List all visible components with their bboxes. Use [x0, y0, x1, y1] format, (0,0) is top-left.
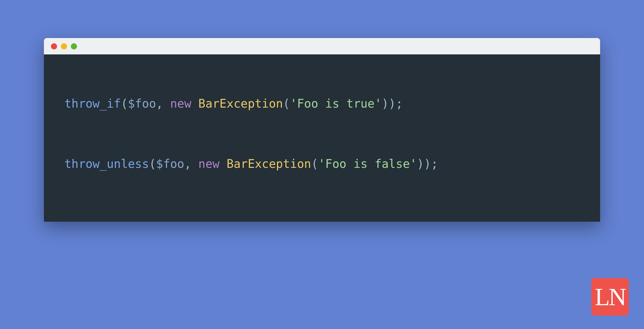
- token-function: throw_if: [64, 97, 121, 110]
- token-punctuation: (: [121, 97, 128, 110]
- token-punctuation: ));: [382, 97, 403, 110]
- brand-logo: LN: [591, 278, 629, 316]
- blank-line: [64, 112, 580, 156]
- code-editor: throw_if($foo, new BarException('Foo is …: [44, 54, 600, 222]
- code-line-2: throw_unless($foo, new BarException('Foo…: [64, 156, 580, 172]
- code-line-1: throw_if($foo, new BarException('Foo is …: [64, 95, 580, 112]
- window-zoom-icon[interactable]: [71, 43, 77, 49]
- token-string: 'Foo is true': [290, 97, 382, 110]
- logo-text: LN: [595, 283, 625, 311]
- token-punctuation: ));: [417, 157, 438, 170]
- token-punctuation: ,: [184, 157, 198, 170]
- token-keyword: new: [198, 157, 220, 170]
- token-punctuation: (: [283, 97, 290, 110]
- token-space: [191, 97, 198, 110]
- code-window: throw_if($foo, new BarException('Foo is …: [44, 38, 600, 222]
- window-minimize-icon[interactable]: [61, 43, 67, 49]
- token-variable: $foo: [156, 157, 184, 170]
- window-close-icon[interactable]: [51, 43, 57, 49]
- token-keyword: new: [170, 97, 191, 110]
- window-titlebar: [44, 38, 600, 54]
- token-punctuation: (: [311, 157, 318, 170]
- token-punctuation: ,: [156, 97, 170, 110]
- token-function: throw_unless: [64, 157, 149, 170]
- token-variable: $foo: [128, 97, 156, 110]
- token-classname: BarException: [227, 157, 311, 170]
- token-space: [220, 157, 227, 170]
- token-string: 'Foo is false': [318, 157, 417, 170]
- token-classname: BarException: [198, 97, 283, 110]
- token-punctuation: (: [149, 157, 156, 170]
